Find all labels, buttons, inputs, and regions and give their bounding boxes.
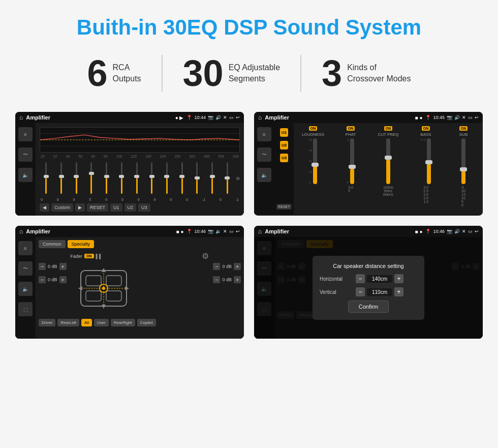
sub-on[interactable]: ON xyxy=(459,126,468,131)
status-dot-4: ■ ● xyxy=(415,229,423,234)
eq-slider-12[interactable] xyxy=(221,162,234,194)
rearright-btn-3[interactable]: RearRight xyxy=(111,319,135,326)
copilot-btn-3[interactable]: Copilot xyxy=(137,319,156,326)
loudness-on[interactable]: ON xyxy=(309,126,318,131)
side-controls-3: ≡ 〜 🔈 ⬚ xyxy=(15,237,36,339)
speaker-btn-1[interactable]: 🔈 xyxy=(18,168,33,182)
horizontal-stepper[interactable]: − 140cm + xyxy=(356,274,417,283)
loudness-slider[interactable] xyxy=(313,138,317,184)
home-icon[interactable]: ⌂ xyxy=(19,114,23,121)
eq-slider-2[interactable] xyxy=(70,162,83,194)
bass-label: BASS xyxy=(420,132,431,137)
cam-icon-2: 📷 xyxy=(447,115,452,120)
vol-minus-fr[interactable]: − xyxy=(213,263,220,270)
tab-specialty-3[interactable]: Specialty xyxy=(68,240,95,248)
wave-btn-1[interactable]: 〜 xyxy=(18,147,33,162)
sub-slider[interactable] xyxy=(461,138,465,184)
vol-minus-rl[interactable]: − xyxy=(39,276,46,283)
vol-plus-rl[interactable]: + xyxy=(59,276,67,283)
driver-btn-3[interactable]: Driver xyxy=(39,319,55,326)
vol-control-fl[interactable]: − 0 dB + xyxy=(39,263,67,270)
rearleft-btn-3[interactable]: RearLeft xyxy=(57,319,79,326)
u3-btn-1[interactable]: U3 xyxy=(138,203,150,212)
vertical-minus[interactable]: − xyxy=(356,287,365,296)
filter-btn-3[interactable]: ≡ xyxy=(18,241,33,255)
eq-slider-10[interactable] xyxy=(191,162,204,194)
back-icon-4[interactable]: ↩ xyxy=(475,229,479,234)
vol-minus-rr[interactable]: − xyxy=(213,276,220,283)
back-icon-2[interactable]: ↩ xyxy=(475,115,479,120)
reset-btn-1[interactable]: RESET xyxy=(87,203,108,212)
back-icon-3[interactable]: ↩ xyxy=(236,229,240,234)
filter-btn-1[interactable]: ≡ xyxy=(18,127,33,141)
wave-btn-2[interactable]: 〜 xyxy=(257,147,271,162)
eq-slider-5[interactable] xyxy=(115,162,129,194)
horizontal-plus[interactable]: + xyxy=(394,274,403,283)
cam-icon-4: 📷 xyxy=(447,229,452,234)
fader-content: ≡ 〜 🔈 ⬚ Common Specialty − 0 dB xyxy=(15,237,244,339)
u2-btn-1[interactable]: U2 xyxy=(124,203,137,212)
svg-rect-5 xyxy=(86,276,101,286)
location-icon-4: 📍 xyxy=(425,229,431,234)
vol-plus-fl[interactable]: + xyxy=(59,263,67,270)
eq-sliders[interactable]: » xyxy=(40,160,240,196)
wave-btn-3[interactable]: 〜 xyxy=(18,261,33,276)
all-btn-3[interactable]: All xyxy=(81,319,92,326)
location-icon-2: 📍 xyxy=(425,115,431,120)
battery-icon-3: ▭ xyxy=(229,229,234,234)
u2-preset[interactable]: U2 xyxy=(280,141,288,150)
prev-preset-btn[interactable]: ◀ xyxy=(40,203,49,212)
vol-icon-4: 🔊 xyxy=(454,229,460,234)
phat-slider[interactable] xyxy=(350,138,354,184)
speaker-btn-3[interactable]: 🔈 xyxy=(18,282,33,296)
eq-slider-7[interactable] xyxy=(145,162,159,194)
cutfreq-slider[interactable] xyxy=(386,138,390,184)
reset-btn-2[interactable]: RESET xyxy=(276,204,291,210)
vertical-plus[interactable]: + xyxy=(394,287,403,296)
eq-slider-11[interactable] xyxy=(206,162,219,194)
vol-control-rr[interactable]: − 0 dB + xyxy=(213,276,241,283)
eq-controls[interactable]: ◀ Custom ▶ RESET U1 U2 U3 xyxy=(40,203,240,212)
eq-slider-8[interactable] xyxy=(161,162,174,194)
speaker-btn-2[interactable]: 🔈 xyxy=(257,168,271,182)
eq-slider-1[interactable] xyxy=(55,162,68,194)
u3-preset[interactable]: U3 xyxy=(280,154,288,162)
vol-plus-rr[interactable]: + xyxy=(234,276,241,283)
home-icon-4[interactable]: ⌂ xyxy=(258,228,262,235)
time-3: 10:46 xyxy=(194,229,206,234)
user-btn-3[interactable]: User xyxy=(94,319,109,326)
eq-slider-4[interactable] xyxy=(100,162,113,194)
cutfreq-on[interactable]: ON xyxy=(384,126,393,131)
back-icon-1[interactable]: ↩ xyxy=(236,115,240,120)
tab-common-3[interactable]: Common xyxy=(39,240,66,248)
settings-icon-3[interactable]: ⚙ xyxy=(202,251,209,261)
confirm-button[interactable]: Confirm xyxy=(348,301,389,313)
tab-row-3[interactable]: Common Specialty xyxy=(39,240,241,248)
vol-minus-fl[interactable]: − xyxy=(39,263,46,270)
vol-control-rl[interactable]: − 0 dB + xyxy=(39,276,67,283)
time-1: 10:44 xyxy=(194,115,206,120)
horizontal-minus[interactable]: − xyxy=(356,274,365,283)
feature-rca: 6 RCA Outputs xyxy=(67,55,163,92)
next-preset-btn[interactable]: ▶ xyxy=(75,203,85,212)
eq-slider-9[interactable] xyxy=(175,162,189,194)
fader-on-badge[interactable]: ON xyxy=(84,254,94,258)
eq-slider-6[interactable] xyxy=(130,162,143,194)
bass-on[interactable]: ON xyxy=(422,126,430,131)
filter-btn-2[interactable]: ≡ xyxy=(257,127,271,141)
vertical-label: Vertical xyxy=(320,289,353,295)
vertical-stepper[interactable]: − 110cm + xyxy=(356,287,417,296)
eq-slider-3[interactable] xyxy=(85,162,98,194)
home-icon-2[interactable]: ⌂ xyxy=(258,114,262,121)
home-icon-3[interactable]: ⌂ xyxy=(19,228,23,235)
arrows-btn-3[interactable]: ⬚ xyxy=(18,302,33,316)
u1-btn-1[interactable]: U1 xyxy=(110,203,122,212)
eq-slider-0[interactable] xyxy=(40,162,53,194)
bass-slider[interactable] xyxy=(427,138,431,184)
vol-control-fr[interactable]: − 0 dB + xyxy=(213,263,241,270)
battery-icon-4: ▭ xyxy=(468,229,473,234)
crossover-number: 3 xyxy=(322,55,342,92)
phat-on[interactable]: ON xyxy=(347,126,355,131)
u1-preset[interactable]: U1 xyxy=(280,128,288,137)
vol-plus-fr[interactable]: + xyxy=(234,263,241,270)
